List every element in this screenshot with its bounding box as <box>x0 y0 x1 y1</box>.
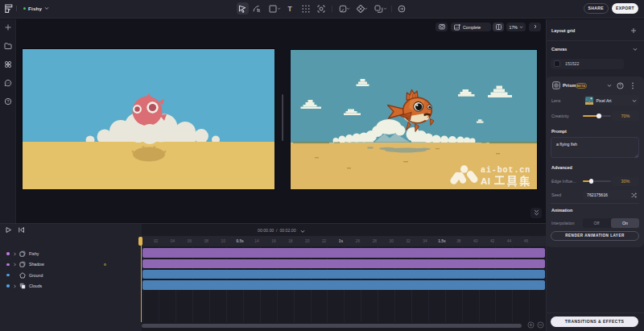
svg-text:AI: AI <box>481 176 491 186</box>
svg-text:ai-bot.cn: ai-bot.cn <box>481 166 530 175</box>
svg-text:?: ? <box>619 83 621 88</box>
svg-text:?: ? <box>7 99 10 104</box>
